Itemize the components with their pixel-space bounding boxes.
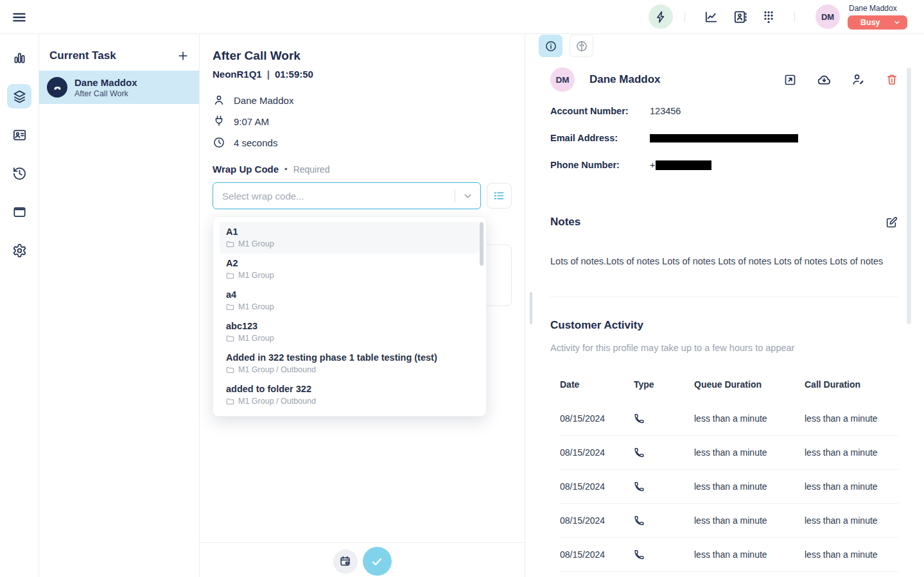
folder-icon: [226, 303, 234, 311]
task-footer-actions: [200, 547, 525, 576]
activity-row[interactable]: 08/15/2024 less than a minute less than …: [560, 436, 898, 470]
call-type-icon: [634, 515, 694, 526]
column-header-queue-duration: Queue Duration: [694, 379, 805, 390]
field-label: Account Number:: [550, 106, 650, 116]
activity-table: Date Type Queue Duration Call Duration 0…: [560, 378, 898, 572]
contacts-button[interactable]: [733, 10, 747, 24]
wrap-code-option[interactable]: added to folder 322 M1 Group / Outbound: [220, 379, 480, 411]
folder-icon: [226, 397, 234, 406]
wrap-code-option[interactable]: A1 M1 Group: [220, 222, 480, 254]
status-dropdown-button[interactable]: Busy: [848, 15, 907, 30]
field-value: +: [650, 160, 711, 170]
status-label: Busy: [860, 18, 880, 27]
activity-date: 08/15/2024: [560, 413, 634, 424]
option-code: a4: [226, 289, 473, 300]
task-status: After Call Work: [74, 89, 137, 98]
activity-row[interactable]: 08/15/2024 less than a minute less than …: [560, 402, 898, 436]
chevron-down-icon: [893, 19, 901, 26]
field-account-number: Account Number: 123456: [550, 106, 898, 116]
current-task-header: Current Task: [39, 34, 199, 62]
browse-wrap-codes-button[interactable]: [487, 183, 512, 209]
quick-actions-button[interactable]: [649, 4, 673, 29]
folder-icon: [226, 271, 234, 280]
detail-contact: Dane Maddox: [213, 94, 512, 107]
chevron-down-icon[interactable]: [455, 191, 480, 202]
sidebar-item-contacts[interactable]: [7, 123, 31, 147]
call-type-icon: [634, 447, 694, 458]
dialpad-button[interactable]: [762, 10, 776, 24]
wrap-code-option[interactable]: A2 M1 Group: [220, 254, 480, 285]
wrap-code-option[interactable]: Added in 322 testing phase 1 table testi…: [220, 348, 480, 379]
wrap-up-label: Wrap Up Code: [213, 164, 279, 175]
call-type-icon: [634, 481, 694, 492]
customer-activity-title: Customer Activity: [550, 319, 643, 332]
option-group: M1 Group: [238, 239, 274, 248]
left-nav-rail: [0, 34, 39, 577]
edit-contact-button[interactable]: [851, 73, 866, 87]
task-details: Dane Maddox 9:07 AM 4 seconds: [213, 94, 512, 149]
task-contact-name: Dane Maddox: [74, 77, 137, 89]
sidebar-item-tasks[interactable]: [7, 84, 31, 108]
wrap-code-option[interactable]: a4 M1 Group: [220, 285, 480, 316]
task-detail-panel: After Call Work NeonR1Q1 | 01:59:50 Dane…: [200, 34, 525, 577]
activity-queue-duration: less than a minute: [694, 481, 805, 492]
option-code: Added in 322 testing phase 1 table testi…: [226, 352, 473, 363]
sidebar-item-settings[interactable]: [7, 238, 31, 263]
sidebar-item-browser[interactable]: [7, 200, 31, 224]
tab-ai-brain[interactable]: [570, 35, 593, 57]
delete-contact-button[interactable]: [885, 73, 898, 86]
option-code: A2: [226, 258, 473, 268]
profile-tabs: [539, 35, 593, 57]
edit-notes-button[interactable]: [885, 216, 898, 229]
column-header-type: Type: [634, 379, 694, 390]
activity-row[interactable]: 08/15/2024 less than a minute less than …: [560, 538, 898, 572]
wrap-code-option[interactable]: abc123 M1 Group: [220, 316, 480, 348]
contact-card-icon: [12, 128, 27, 142]
option-group-row: M1 Group: [226, 271, 473, 280]
field-value: [650, 134, 798, 142]
download-profile-button[interactable]: [817, 73, 832, 87]
detail-contact-text: Dane Maddox: [234, 95, 293, 106]
current-task-title: Current Task: [49, 49, 116, 62]
app-window: DM Dane Maddox Busy: [0, 0, 924, 577]
user-status-block: Dane Maddox Busy: [848, 4, 907, 30]
open-profile-button[interactable]: [783, 73, 797, 87]
task-texts: Dane Maddox After Call Work: [74, 77, 137, 98]
profile-header: DM Dane Maddox: [550, 67, 898, 92]
sidebar-item-analytics[interactable]: [7, 46, 31, 70]
phone-handset-icon: [52, 82, 63, 93]
activity-row[interactable]: 08/15/2024 less than a minute less than …: [560, 504, 898, 538]
activity-queue-duration: less than a minute: [694, 549, 805, 560]
wrap-code-input[interactable]: [213, 183, 455, 209]
sidebar-item-history[interactable]: [7, 161, 31, 185]
schedule-callback-button[interactable]: [333, 549, 358, 574]
panel-resize-handle[interactable]: [530, 292, 532, 324]
profile-name: Dane Maddox: [589, 73, 661, 86]
field-label: Phone Number:: [550, 160, 650, 170]
field-label: Email Address:: [550, 133, 650, 143]
topbar-divider: [794, 12, 795, 22]
activity-call-duration: less than a minute: [805, 549, 898, 560]
activity-call-duration: less than a minute: [805, 515, 898, 526]
user-avatar[interactable]: DM: [815, 4, 840, 29]
current-task-panel: Current Task Dane Maddox After Call Work: [39, 34, 200, 577]
reporting-button[interactable]: [704, 10, 719, 24]
right-panel-scrollbar[interactable]: [907, 67, 911, 324]
activity-date: 08/15/2024: [560, 549, 634, 560]
dropdown-scrollbar[interactable]: [480, 222, 484, 266]
task-list-item[interactable]: Dane Maddox After Call Work: [39, 71, 199, 104]
detail-duration-text: 4 seconds: [234, 137, 277, 148]
tab-info[interactable]: [539, 35, 562, 57]
wrap-up-label-row: Wrap Up Code • Required: [213, 164, 512, 175]
detail-connect-time: 9:07 AM: [213, 115, 512, 128]
complete-task-button[interactable]: [363, 547, 392, 576]
option-group-row: M1 Group: [226, 334, 473, 343]
activity-row[interactable]: 08/15/2024 less than a minute less than …: [560, 470, 898, 504]
option-group-row: M1 Group: [226, 302, 473, 311]
profile-actions: [783, 73, 898, 87]
add-task-button[interactable]: [177, 49, 189, 62]
wrap-code-select[interactable]: [213, 182, 481, 209]
hamburger-menu-icon[interactable]: [11, 9, 28, 26]
wrap-code-dropdown: A1 M1 Group A2 M1 Group a4 M1 Group: [213, 216, 487, 417]
check-icon: [370, 555, 384, 569]
